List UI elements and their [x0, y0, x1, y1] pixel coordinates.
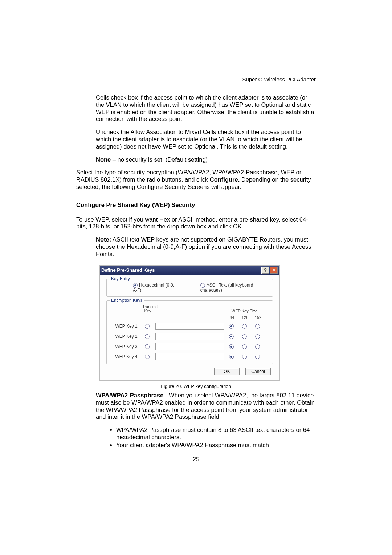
paragraph: Cells check box if the access point to w…	[96, 94, 316, 123]
transmit-radio[interactable]	[145, 324, 150, 329]
text: Key	[144, 309, 151, 313]
page-header: Super G Wireless PCI Adapter	[76, 76, 316, 82]
bullet-list: WPA/WPA2 Passphrase must contain 8 to 63…	[116, 426, 316, 449]
size-64-radio[interactable]	[229, 355, 234, 359]
titlebar-buttons: ? ×	[261, 267, 278, 274]
wpa-passphrase-label: WPA/WPA2-Passphrase -	[96, 392, 167, 398]
list-item: WPA/WPA2 Passphrase must contain 8 to 63…	[116, 426, 316, 441]
list-item: Your client adapter's WPA/WPA2 Passphras…	[116, 442, 316, 449]
transmit-radio[interactable]	[145, 355, 150, 359]
radio-icon	[133, 283, 138, 288]
wep-size-header: WEP Key Size:	[226, 309, 264, 313]
radio-hex[interactable]: Hexadecimal (0-9, A-F)	[133, 283, 179, 293]
size-64-radio[interactable]	[229, 324, 234, 329]
text: – no security is set. (Default setting)	[111, 156, 208, 163]
transmit-radio[interactable]	[145, 344, 150, 349]
cancel-button[interactable]: Cancel	[245, 368, 271, 375]
none-label: None	[96, 156, 111, 163]
wep-key-row-4: WEP Key 4:	[111, 353, 268, 360]
text: Transmit	[142, 304, 158, 309]
product-name: Super G Wireless PCI Adapter	[242, 76, 316, 82]
text: ASCII text WEP keys are not supported on…	[96, 236, 311, 257]
paragraph: Uncheck the Allow Association to Mixed C…	[96, 129, 316, 150]
radio-label: Hexadecimal (0-9, A-F)	[133, 283, 174, 293]
size-152-radio[interactable]	[255, 355, 260, 359]
paragraph: Select the type of security encryption (…	[76, 169, 316, 190]
radio-ascii[interactable]: ASCII Text (all keyboard characters)	[200, 283, 268, 293]
size-128-radio[interactable]	[242, 324, 247, 329]
encryption-keys-group: Encryption Keys Transmit Key WEP Key Siz…	[106, 300, 273, 364]
document-page: Super G Wireless PCI Adapter Cells check…	[0, 0, 392, 485]
dialog-title: Define Pre-Shared Keys	[101, 267, 155, 273]
key-entry-group: Key Entry Hexadecimal (0-9, A-F) ASCII T…	[106, 279, 273, 297]
wep-key-row-2: WEP Key 2:	[111, 333, 268, 340]
radio-label: ASCII Text (all keyboard characters)	[200, 283, 253, 293]
wep-key-label: WEP Key 1:	[111, 324, 140, 329]
section-heading: Configure Pre Shared Key (WEP) Security	[76, 202, 316, 209]
size-152-radio[interactable]	[255, 344, 260, 349]
size-128-label: 128	[240, 315, 250, 320]
close-icon[interactable]: ×	[270, 267, 278, 274]
help-icon[interactable]: ?	[261, 267, 269, 274]
size-64-radio[interactable]	[229, 334, 234, 339]
size-128-radio[interactable]	[242, 334, 247, 339]
paragraph: To use WEP, select if you want Hex or AS…	[76, 216, 316, 231]
radio-icon	[200, 283, 205, 288]
wep-key-input[interactable]	[155, 323, 224, 330]
size-128-radio[interactable]	[242, 344, 247, 349]
size-64-label: 64	[226, 315, 237, 320]
size-152-radio[interactable]	[255, 324, 260, 329]
wep-key-label: WEP Key 4:	[111, 354, 140, 359]
paragraph: None – no security is set. (Default sett…	[96, 156, 316, 163]
dialog-body: Key Entry Hexadecimal (0-9, A-F) ASCII T…	[100, 275, 279, 381]
key-entry-row: Hexadecimal (0-9, A-F) ASCII Text (all k…	[111, 283, 268, 293]
size-152-radio[interactable]	[255, 334, 260, 339]
size-128-radio[interactable]	[242, 355, 247, 359]
figure-caption: Figure 20. WEP key configuration	[76, 384, 316, 389]
encryption-header: Transmit Key WEP Key Size:	[111, 304, 268, 313]
size-labels-row: 64 128 152	[111, 315, 268, 320]
wep-key-input[interactable]	[155, 343, 224, 350]
dialog-titlebar: Define Pre-Shared Keys ? ×	[100, 266, 279, 275]
transmit-radio[interactable]	[145, 334, 150, 339]
note-label: Note:	[96, 236, 111, 243]
wep-key-input[interactable]	[155, 333, 224, 340]
group-legend: Encryption Keys	[110, 298, 144, 303]
wep-key-row-3: WEP Key 3:	[111, 343, 268, 350]
configure-word: Configure.	[210, 176, 240, 183]
dialog-window: Define Pre-Shared Keys ? × Key Entry Hex…	[99, 265, 280, 381]
group-legend: Key Entry	[110, 276, 131, 281]
transmit-header: Transmit Key	[142, 304, 153, 313]
dialog-button-row: OK Cancel	[106, 368, 273, 375]
wep-key-label: WEP Key 3:	[111, 344, 140, 349]
size-152-label: 152	[253, 315, 264, 320]
wep-key-input[interactable]	[155, 353, 224, 360]
size-64-radio[interactable]	[229, 344, 234, 349]
note-paragraph: Note: ASCII text WEP keys are not suppor…	[96, 236, 316, 258]
ok-button[interactable]: OK	[214, 368, 240, 375]
paragraph: WPA/WPA2-Passphrase - When you select WP…	[96, 392, 316, 421]
page-number: 25	[76, 456, 316, 463]
wep-key-label: WEP Key 2:	[111, 334, 140, 339]
figure: Define Pre-Shared Keys ? × Key Entry Hex…	[99, 265, 280, 381]
wep-key-row-1: WEP Key 1:	[111, 323, 268, 330]
